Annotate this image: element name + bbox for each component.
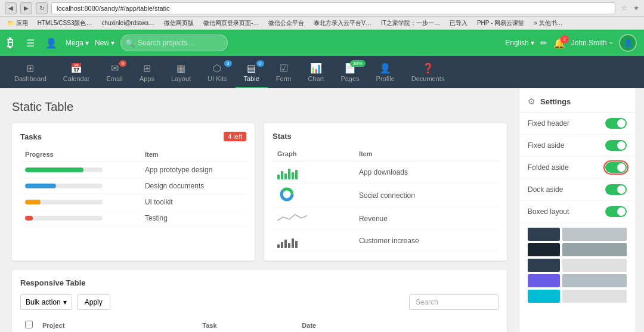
- swatch-gray-4[interactable]: [562, 274, 627, 287]
- notification-bell[interactable]: 🔔 2: [553, 38, 565, 49]
- nav-item-table[interactable]: 2 ▤ Table: [236, 59, 268, 88]
- settings-header: ⚙ Settings: [519, 88, 635, 113]
- refresh-button[interactable]: ↻: [36, 2, 48, 14]
- swatch-purple[interactable]: [528, 274, 560, 287]
- table-row: Revenue: [273, 207, 499, 230]
- nav-item-chart[interactable]: 📊 Chart: [299, 59, 332, 88]
- new-button[interactable]: New ▾: [95, 39, 114, 47]
- mega-menu-button[interactable]: Mega ▾: [66, 39, 89, 47]
- swatch-gray-5[interactable]: [562, 290, 627, 303]
- settings-row-dock-aside: Dock aside: [519, 179, 635, 201]
- folded-aside-toggle[interactable]: [605, 162, 627, 173]
- swatch-dark-3[interactable]: [528, 259, 560, 272]
- table-icon: ▤: [247, 63, 256, 74]
- fixed-header-toggle[interactable]: [605, 118, 627, 129]
- search-input[interactable]: [120, 35, 228, 51]
- progress-fill-2: [25, 184, 56, 188]
- bookmark-apps[interactable]: 📁 应用: [4, 18, 32, 28]
- item-cell-1: App prototype design: [140, 162, 246, 178]
- nav-item-profile[interactable]: 👤 Profile: [368, 59, 403, 88]
- main-content: Static Table Tasks 4 left Progress Item: [0, 88, 519, 332]
- username-display[interactable]: John.Smith ~: [571, 39, 613, 47]
- color-swatches-section: [519, 223, 635, 308]
- user-icon[interactable]: 👤: [43, 35, 60, 51]
- nav-item-uikits[interactable]: 3 ⬡ UI Kits: [199, 59, 235, 88]
- apply-button[interactable]: Apply: [77, 294, 110, 310]
- table-search[interactable]: Search: [409, 294, 499, 310]
- fixed-aside-toggle[interactable]: [605, 140, 627, 151]
- swatch-row-4: [528, 274, 627, 287]
- mini-chart-bars: [277, 165, 349, 179]
- hamburger-icon[interactable]: ☰: [24, 35, 37, 51]
- item-cell-2: Design documents: [140, 178, 246, 194]
- fixed-header-label: Fixed header: [528, 119, 569, 128]
- nav-item-pages[interactable]: 30% 📄 Pages: [332, 59, 367, 88]
- dock-aside-toggle[interactable]: [605, 184, 627, 195]
- bookmark-3[interactable]: 微信网页版: [160, 18, 197, 28]
- url-bar[interactable]: [51, 2, 615, 14]
- nav-label-calendar: Calendar: [63, 75, 90, 82]
- back-button[interactable]: ◀: [5, 2, 17, 14]
- bookmark-8[interactable]: 已导入: [446, 18, 471, 28]
- bookmarks-bar: 📁 应用 HTML5/CSS3颜色… chuxinlei@rdstwa… 微信网…: [0, 17, 644, 30]
- email-badge: 9: [119, 60, 126, 67]
- bookmark-7[interactable]: IT之家学院：一步一…: [377, 18, 444, 28]
- swatch-row-5: [528, 290, 627, 303]
- stats-card-header: Stats: [273, 132, 499, 141]
- bookmark-2[interactable]: chuxinlei@rdstwa…: [98, 19, 158, 27]
- stat-item-1: App downloads: [354, 162, 499, 184]
- nav-item-layout[interactable]: ▦ Layout: [163, 59, 199, 88]
- bookmark-star2[interactable]: ★: [633, 4, 639, 12]
- progress-fill-3: [25, 200, 41, 204]
- nav-item-apps[interactable]: ⊞ Apps: [131, 59, 163, 88]
- item-cell-4: Testing: [140, 210, 246, 226]
- tasks-table: Progress Item App prototype design: [20, 148, 246, 226]
- settings-sidebar: ⚙ Settings Fixed header Fixed aside Fold…: [519, 88, 635, 332]
- app-header: ₿ ☰ 👤 Mega ▾ New ▾ 🔍 English ▾ ✏ 🔔 2 Joh…: [0, 30, 644, 56]
- bookmark-more[interactable]: » 其他书…: [530, 18, 566, 28]
- data-table: Project Task Date Idrawfast 4c Jul 25, 2…: [20, 317, 499, 332]
- settings-row-fixed-aside: Fixed aside: [519, 135, 635, 157]
- page-title: Static Table: [12, 100, 507, 114]
- form-icon: ☑: [280, 63, 288, 74]
- bookmark-star[interactable]: ☆: [621, 4, 627, 12]
- stats-title: Stats: [273, 132, 292, 141]
- nav-item-email[interactable]: 9 ✉ Email: [98, 59, 131, 88]
- swatch-light-3[interactable]: [562, 259, 627, 272]
- boxed-layout-toggle[interactable]: [605, 206, 627, 217]
- nav-label-chart: Chart: [308, 75, 324, 82]
- nav-label-form: Form: [276, 75, 292, 82]
- table-row: Social connection: [273, 184, 499, 207]
- swatch-row-3: [528, 259, 627, 272]
- bookmark-6[interactable]: 泰北方录入云平台V…: [310, 18, 375, 28]
- fixed-aside-label: Fixed aside: [528, 141, 564, 150]
- swatch-dark-2[interactable]: [528, 243, 560, 256]
- bookmark-5[interactable]: 微信公众平台: [265, 18, 308, 28]
- table-row: App prototype design: [20, 162, 246, 178]
- logo[interactable]: ₿: [7, 36, 13, 50]
- bulk-action-select[interactable]: Bulk action ▾: [20, 294, 72, 310]
- bookmark-1[interactable]: HTML5/CSS3颜色…: [34, 18, 96, 28]
- nav-item-dashboard[interactable]: ⊞ Dashboard: [6, 59, 55, 88]
- tasks-col-progress: Progress: [20, 148, 140, 162]
- swatch-light-1[interactable]: [562, 228, 627, 241]
- cards-row: Tasks 4 left Progress Item: [12, 123, 507, 260]
- select-all-checkbox[interactable]: [25, 321, 33, 328]
- nav-item-form[interactable]: ☑ Form: [268, 59, 300, 88]
- nav-item-calendar[interactable]: 📅 Calendar: [55, 59, 98, 88]
- nav-item-documents[interactable]: ❓ Documents: [403, 59, 453, 88]
- swatch-dark-1[interactable]: [528, 228, 560, 241]
- bookmark-4[interactable]: 微信网页登录页面-…: [200, 18, 262, 28]
- search-wrap: 🔍: [120, 35, 228, 51]
- forward-button[interactable]: ▶: [20, 2, 32, 14]
- language-selector[interactable]: English ▾: [505, 39, 534, 47]
- progress-cell-4: [20, 210, 140, 226]
- stat-item-2: Social connection: [354, 184, 499, 207]
- swatch-cyan[interactable]: [528, 290, 560, 303]
- avatar[interactable]: 👤: [619, 34, 637, 52]
- edit-icon[interactable]: ✏: [540, 38, 547, 48]
- table-row: UI toolkit: [20, 194, 246, 210]
- swatch-light-2[interactable]: [562, 243, 627, 256]
- bookmark-9[interactable]: PHP - 网易云课堂: [473, 18, 528, 28]
- mini-chart-bars2: [277, 234, 349, 248]
